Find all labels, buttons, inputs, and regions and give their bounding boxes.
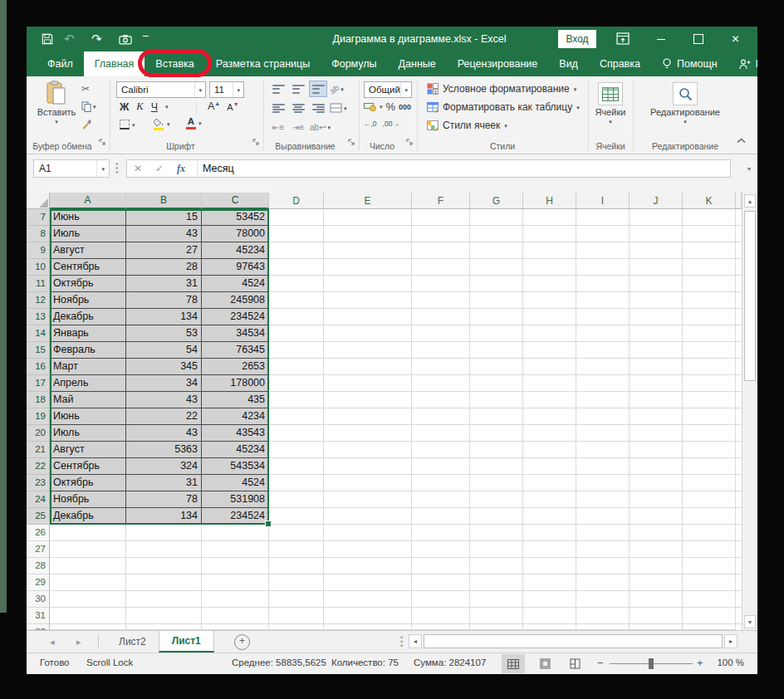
- align-right-icon[interactable]: [310, 100, 326, 115]
- cell[interactable]: [683, 475, 736, 491]
- cell[interactable]: [412, 309, 470, 325]
- cell[interactable]: [470, 342, 523, 359]
- alignment-dialog-launcher-icon[interactable]: [348, 134, 355, 149]
- cell[interactable]: [576, 558, 630, 574]
- font-color-button[interactable]: А ▾: [186, 117, 202, 130]
- row-header-10[interactable]: 10: [27, 259, 50, 276]
- cell-C17[interactable]: 178000: [202, 375, 269, 392]
- cell[interactable]: [576, 508, 630, 525]
- save-icon[interactable]: [42, 33, 53, 45]
- row-header-28[interactable]: 28: [27, 558, 50, 574]
- cell-C22[interactable]: 543534: [202, 458, 269, 475]
- cell[interactable]: [126, 624, 202, 630]
- cell[interactable]: [269, 342, 324, 359]
- cell[interactable]: [576, 259, 630, 276]
- cell-B9[interactable]: 27: [126, 242, 202, 259]
- cell[interactable]: [470, 608, 523, 624]
- tab-file[interactable]: Файл: [37, 51, 84, 76]
- cell-B19[interactable]: 22: [126, 408, 202, 425]
- cell-B11[interactable]: 31: [126, 276, 202, 292]
- cell-A15[interactable]: Февраль: [50, 342, 126, 359]
- cell[interactable]: [523, 608, 576, 624]
- cell[interactable]: [324, 359, 412, 375]
- merge-center-button[interactable]: ▾: [330, 103, 347, 113]
- cell[interactable]: [324, 591, 412, 608]
- tab-formulas[interactable]: Формулы: [321, 51, 387, 76]
- row-header-16[interactable]: 16: [27, 359, 50, 375]
- column-header-G[interactable]: G: [470, 193, 523, 209]
- cell[interactable]: [412, 375, 470, 392]
- cell[interactable]: [683, 375, 736, 392]
- cell[interactable]: [523, 309, 576, 325]
- row-header-11[interactable]: 11: [27, 276, 50, 292]
- cell[interactable]: [630, 342, 683, 359]
- cell[interactable]: [523, 425, 576, 442]
- select-all-corner[interactable]: [27, 193, 50, 209]
- cell[interactable]: [523, 508, 576, 525]
- cell-A10[interactable]: Сентябрь: [50, 259, 126, 276]
- copy-button[interactable]: ▾: [81, 101, 96, 112]
- cell[interactable]: [683, 408, 736, 425]
- cell[interactable]: [630, 558, 683, 574]
- row-header-17[interactable]: 17: [27, 375, 50, 392]
- cell[interactable]: [523, 624, 576, 630]
- cell[interactable]: [523, 342, 576, 359]
- cell[interactable]: [683, 558, 736, 574]
- cell[interactable]: [630, 624, 683, 630]
- row-header-15[interactable]: 15: [27, 342, 50, 359]
- cell[interactable]: [630, 259, 683, 276]
- row-header-29[interactable]: 29: [27, 574, 50, 591]
- scroll-right-icon[interactable]: ▸: [724, 634, 737, 648]
- cell[interactable]: [523, 375, 576, 392]
- cell-B24[interactable]: 78: [126, 491, 202, 508]
- cell[interactable]: [324, 408, 412, 425]
- zoom-slider-thumb[interactable]: [649, 658, 654, 669]
- cell[interactable]: [630, 226, 683, 242]
- align-bottom-icon[interactable]: [310, 81, 326, 96]
- cell[interactable]: [324, 325, 412, 342]
- cell[interactable]: [630, 541, 683, 558]
- cell[interactable]: [683, 276, 736, 292]
- cell[interactable]: [630, 458, 683, 475]
- cell[interactable]: [269, 475, 324, 491]
- cell-A16[interactable]: Март: [50, 359, 126, 375]
- tab-data[interactable]: Данные: [388, 51, 447, 76]
- cell[interactable]: [412, 591, 470, 608]
- vertical-scroll-thumb[interactable]: [744, 211, 756, 381]
- cell[interactable]: [523, 491, 576, 508]
- cell-B25[interactable]: 134: [126, 508, 202, 525]
- cell-B8[interactable]: 43: [126, 226, 202, 242]
- cell[interactable]: [412, 342, 470, 359]
- cell[interactable]: [683, 541, 736, 558]
- cell[interactable]: [630, 292, 683, 309]
- cell[interactable]: [576, 392, 630, 408]
- cell[interactable]: [523, 442, 576, 458]
- tab-area-resize-handle[interactable]: •••: [400, 636, 403, 648]
- vertical-scrollbar[interactable]: ▲ ▼: [742, 193, 757, 630]
- cell[interactable]: [630, 309, 683, 325]
- cell-C20[interactable]: 43543: [202, 425, 269, 442]
- cell-C14[interactable]: 34534: [202, 325, 269, 342]
- cell[interactable]: [202, 624, 269, 630]
- sheet-tab-list2[interactable]: Лист2: [106, 631, 159, 653]
- cell[interactable]: [523, 226, 576, 242]
- customize-qat-icon[interactable]: ▾: [143, 36, 149, 43]
- align-middle-icon[interactable]: [290, 81, 306, 96]
- font-size-combo[interactable]: 11▾: [209, 81, 244, 98]
- column-header-B[interactable]: B: [126, 193, 202, 209]
- cell-A18[interactable]: Май: [50, 392, 126, 408]
- cell-A8[interactable]: Июль: [50, 226, 126, 242]
- column-header-H[interactable]: H: [523, 193, 576, 209]
- cell[interactable]: [683, 608, 736, 624]
- collapse-ribbon-icon[interactable]: [737, 132, 746, 147]
- cell-C19[interactable]: 4234: [202, 408, 269, 425]
- cell[interactable]: [50, 624, 126, 630]
- row-header-9[interactable]: 9: [27, 242, 50, 259]
- row-header-19[interactable]: 19: [27, 408, 50, 425]
- cell[interactable]: [523, 292, 576, 309]
- cell[interactable]: [269, 325, 324, 342]
- cell-B15[interactable]: 54: [126, 342, 202, 359]
- cell[interactable]: [523, 325, 576, 342]
- cell[interactable]: [630, 276, 683, 292]
- cell[interactable]: [630, 375, 683, 392]
